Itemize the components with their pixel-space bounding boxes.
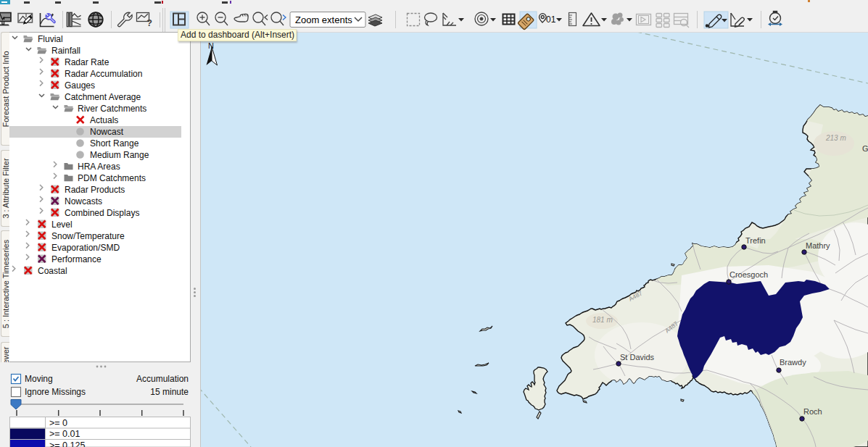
svg-text:Mathry: Mathry xyxy=(806,241,830,250)
svg-text:River Catchments: River Catchments xyxy=(78,104,146,114)
svg-text:Short Range: Short Range xyxy=(90,138,139,149)
svg-text:>= 0: >= 0 xyxy=(49,418,67,428)
svg-text:Radar Products: Radar Products xyxy=(65,185,125,195)
svg-text:Nowcasts: Nowcasts xyxy=(65,196,102,206)
svg-text:Moving: Moving xyxy=(25,374,53,384)
svg-text:Ignore Missings: Ignore Missings xyxy=(25,387,86,397)
svg-text:Coastal: Coastal xyxy=(38,266,67,276)
svg-text:Gauges: Gauges xyxy=(65,80,95,91)
svg-text:Medium Range: Medium Range xyxy=(90,150,149,160)
svg-text:HRA Areas: HRA Areas xyxy=(78,162,120,172)
svg-text:Accumulation: Accumulation xyxy=(136,374,189,384)
svg-text:>= 0.125: >= 0.125 xyxy=(49,440,85,447)
svg-text:Performance: Performance xyxy=(51,254,102,264)
svg-text:213 m: 213 m xyxy=(825,134,846,142)
svg-text:Evaporation/SMD: Evaporation/SMD xyxy=(51,243,120,253)
svg-text:Nowcast: Nowcast xyxy=(90,127,124,137)
svg-text:Level: Level xyxy=(51,220,73,230)
svg-text:Brawdy: Brawdy xyxy=(780,358,806,367)
svg-text:Catchment Average: Catchment Average xyxy=(65,92,141,102)
svg-text:St Davids: St Davids xyxy=(620,353,655,362)
svg-text:PDM Catchments: PDM Catchments xyxy=(78,173,146,183)
svg-text:G: G xyxy=(862,144,868,153)
svg-text:Actuals: Actuals xyxy=(90,115,118,125)
svg-text:Snow/Temperature: Snow/Temperature xyxy=(51,231,125,241)
svg-text:Rainfall: Rainfall xyxy=(51,46,80,56)
svg-text:01: 01 xyxy=(546,14,556,25)
svg-text:Radar Rate: Radar Rate xyxy=(65,57,109,67)
svg-text:Roch: Roch xyxy=(803,407,822,416)
svg-text:>= 0.01: >= 0.01 xyxy=(49,429,80,439)
svg-text:Fluvial: Fluvial xyxy=(38,34,63,44)
svg-text:Radar Accumulation: Radar Accumulation xyxy=(65,69,142,79)
svg-text:N: N xyxy=(208,41,214,50)
svg-text:?: ? xyxy=(146,17,152,28)
svg-text:15 minute: 15 minute xyxy=(150,387,189,397)
svg-text:Combined Displays: Combined Displays xyxy=(65,208,139,218)
svg-text:181 m: 181 m xyxy=(592,316,613,324)
svg-text:Croesgoch: Croesgoch xyxy=(729,270,768,279)
svg-text:Zoom extents: Zoom extents xyxy=(295,14,352,25)
svg-text:Trefin: Trefin xyxy=(745,236,766,245)
